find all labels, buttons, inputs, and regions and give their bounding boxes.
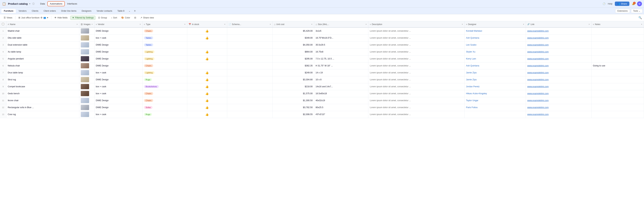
help-button[interactable]: Help (608, 3, 612, 5)
row-num-4: 4 (0, 48, 6, 55)
toolbar-right: 🔍 (638, 16, 642, 19)
row-name-13[interactable]: Cow rug (6, 111, 79, 118)
group-button[interactable]: ⊡ Group (96, 16, 108, 20)
row-stock-4: 👍 (187, 48, 227, 55)
nav-tab-automations[interactable]: Automations (48, 1, 65, 6)
row-name-11[interactable]: Ikrore chair (6, 97, 79, 104)
info-icon[interactable]: ⓘ (32, 2, 34, 6)
field-size-button[interactable]: ⊟ (133, 16, 138, 20)
row-vendor-6: DIME Design (94, 62, 142, 69)
row-link-10[interactable]: www.examplelink.com (526, 90, 592, 97)
row-name-12[interactable]: Rectangular sofa in Blue ... (6, 104, 79, 111)
title-dropdown-icon[interactable]: ▾ (29, 3, 30, 5)
row-link-13[interactable]: www.examplelink.com (526, 111, 592, 118)
tools-button[interactable]: Tools ⌄ (631, 9, 642, 13)
row-link-8[interactable]: www.examplelink.com (526, 76, 592, 83)
row-designer-3[interactable]: Lee Szabo (464, 41, 526, 48)
row-name-5[interactable]: Angular pendant (6, 55, 79, 62)
notifications-button[interactable]: 🔔 7 (632, 3, 634, 5)
row-link-2[interactable]: www.examplelink.com (526, 35, 592, 41)
sheet-tab-vendor-contacts[interactable]: Vendor contacts (94, 9, 115, 13)
extensions-button[interactable]: Extensions (615, 9, 630, 13)
stock-col-icon: 📅 (188, 23, 191, 25)
row-designer-12[interactable]: Paris Fotiou (464, 104, 526, 111)
row-type-13: Rugs (142, 111, 187, 118)
filter-button[interactable]: ▼ Filtered by Settings (70, 16, 96, 20)
header-images[interactable]: 🖼 Images ▼ (79, 21, 94, 28)
row-notes-10 (592, 90, 644, 97)
add-sheet-tab-button[interactable]: + (132, 9, 138, 13)
share-button[interactable]: 👥 Share (615, 2, 630, 6)
sheet-tab-client-orders[interactable]: Client orders (41, 9, 58, 13)
row-designer-10[interactable]: Hikaru Kubo-Kingsley (464, 90, 526, 97)
row-size-13: 4'9"x5'10" (314, 111, 368, 118)
row-designer-8[interactable]: Jamie Ziya (464, 76, 526, 83)
row-name-8[interactable]: Strul rug (6, 76, 79, 83)
history-button[interactable]: 🕐 (603, 3, 606, 5)
row-name-2[interactable]: Dita side table (6, 35, 79, 41)
row-num-13: 13 (0, 111, 6, 118)
hide-fields-button[interactable]: 👁 Hide fields (53, 16, 69, 20)
header-link[interactable]: 🔗 Link ▼ (526, 21, 592, 28)
row-name-10[interactable]: Gedo bench (6, 90, 79, 97)
row-link-1[interactable]: www.examplelink.com (526, 28, 592, 35)
row-link-11[interactable]: www.examplelink.com (526, 97, 592, 104)
sheet-tab-furniture[interactable]: Furniture (2, 9, 16, 13)
row-designer-5[interactable]: Kerry Lam (464, 55, 526, 62)
header-notes[interactable]: ≡ Notes ▼ (592, 21, 644, 28)
row-num-3: 3 (0, 41, 6, 48)
row-designer-13[interactable] (464, 111, 526, 118)
row-link-5[interactable]: www.examplelink.com (526, 55, 592, 62)
nav-tab-data[interactable]: Data (38, 1, 47, 6)
row-designer-7[interactable]: Jamie Ziya (464, 69, 526, 76)
user-avatar[interactable]: U (637, 2, 642, 6)
row-link-6[interactable]: www.examplelink.com (526, 62, 592, 69)
toolbar: ☰ Views ⊞ Just office furniture ⚙ 👥 ▾ 👁 … (0, 14, 644, 21)
header-designer[interactable]: ≡ Designer ▼ (464, 21, 526, 28)
select-all-checkbox[interactable] (2, 23, 4, 25)
sheet-tab-clients[interactable]: Clients (29, 9, 41, 13)
row-designer-2[interactable]: Ash Quintana (464, 35, 526, 41)
header-checkbox[interactable] (0, 21, 6, 28)
row-link-7[interactable]: www.examplelink.com (526, 69, 592, 76)
row-designer-1[interactable]: Kendall Mahdavi (464, 28, 526, 35)
row-designer-6[interactable]: Ash Quintana (464, 62, 526, 69)
sort-button[interactable]: ↕ Sort (110, 16, 118, 20)
row-size-5: 7.5 x 12.75, 10.5 ... (314, 55, 368, 62)
sheet-tab-designers[interactable]: Designers (79, 9, 94, 13)
header-vendor[interactable]: ≡ Vendor ▼ (94, 21, 142, 28)
search-button[interactable]: 🔍 (638, 16, 642, 19)
row-designer-11[interactable]: Taylor Ungar (464, 97, 526, 104)
row-name-7[interactable]: Drux table lamp (6, 69, 79, 76)
row-name-4[interactable]: Xu table tamp (6, 48, 79, 55)
sheet-tab-vendors[interactable]: Vendors (16, 9, 29, 13)
row-link-4[interactable]: www.examplelink.com (526, 48, 592, 55)
row-designer-4[interactable]: Skyler Xu (464, 48, 526, 55)
nav-tab-interfaces[interactable]: Interfaces (65, 1, 79, 6)
header-type[interactable]: ≡ Type ▼ (142, 21, 187, 28)
sheet-tab-order-line-items[interactable]: Order line items (59, 9, 79, 13)
thumbnail-3 (81, 42, 89, 48)
row-link-3[interactable]: www.examplelink.com (526, 41, 592, 48)
header-stock[interactable]: 📅 In stock ▼ (187, 21, 227, 28)
row-name-1[interactable]: Madrid chair (6, 28, 79, 35)
stock-sort-icon: ▼ (224, 24, 226, 25)
row-name-9[interactable]: Compel bookcase (6, 83, 79, 90)
current-view-button[interactable]: ⊞ Just office furniture ⚙ 👥 ▾ (17, 16, 50, 20)
row-link-9[interactable]: www.examplelink.com (526, 83, 592, 90)
row-designer-9[interactable]: Jordan Peretz (464, 83, 526, 90)
row-name-6[interactable]: Nebula chair (6, 62, 79, 69)
header-schema[interactable]: 📄 Schema... ▼ (227, 21, 272, 28)
cost-col-icon: △ (274, 23, 276, 25)
views-button[interactable]: ☰ Views (2, 16, 14, 20)
row-name-3[interactable]: Dual extension table (6, 41, 79, 48)
row-link-12[interactable]: www.examplelink.com (526, 104, 592, 111)
share-view-button[interactable]: ↗ Share view (139, 16, 156, 20)
color-button[interactable]: 🎨 Color (120, 16, 132, 20)
header-description[interactable]: ≡ Description ▼ (368, 21, 464, 28)
sheet-tabs-more-button[interactable]: ⌄ (127, 9, 132, 13)
header-cost[interactable]: △ Unit cost ▼ (272, 21, 314, 28)
header-name[interactable]: A Name ▼ (6, 21, 79, 28)
sheet-tab-table8[interactable]: Table 8 (115, 9, 127, 13)
header-size[interactable]: △ Size (WxL... ▼ (314, 21, 368, 28)
